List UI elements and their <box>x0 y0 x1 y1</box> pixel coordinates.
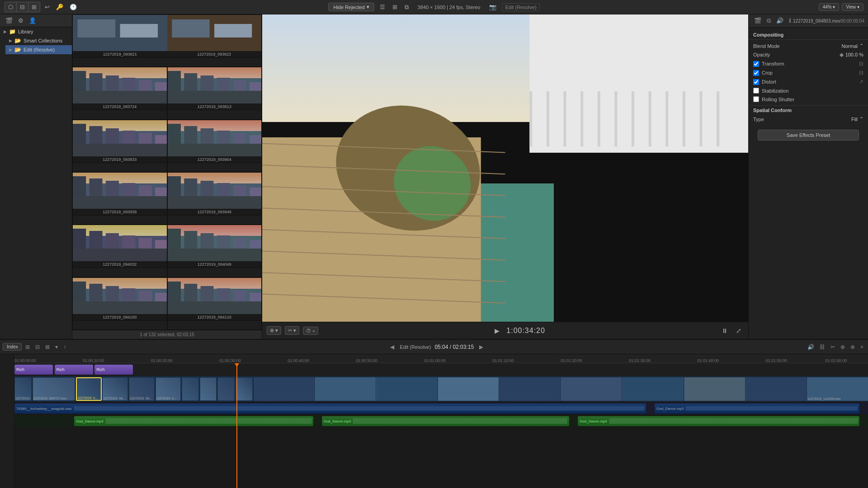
purple-clip-1[interactable]: Rich <box>14 365 53 375</box>
list-item[interactable]: 12272019_093833 <box>72 120 167 172</box>
distort-expand-icon[interactable]: ↗ <box>859 79 863 85</box>
media-icon[interactable]: 🎬 <box>4 16 14 25</box>
list-item[interactable]: 12272019_093939 <box>72 172 167 225</box>
transform-checkbox[interactable] <box>753 61 759 67</box>
sidebar-group-smart: ▶ 📂 Smart Collections ▶ 📂 Edit (Resolve) <box>5 36 72 54</box>
video-clip-3-selected[interactable]: 12272019_0... <box>76 377 102 401</box>
filter-btn-icon[interactable]: ⧉ <box>403 3 410 12</box>
video-clip-10[interactable] <box>236 377 253 401</box>
rolling-shutter-checkbox[interactable] <box>753 96 759 102</box>
vcr-5[interactable] <box>500 377 561 401</box>
vcr-2[interactable] <box>315 377 376 401</box>
timeline-tool-3[interactable]: ⊠ <box>43 343 52 351</box>
list-item[interactable]: 12272019_093724 <box>72 67 167 119</box>
audio-clip-oud-dance-end[interactable]: Oud_Dance.mp3 <box>655 404 859 413</box>
thumb-canvas-8 <box>168 225 262 261</box>
timeline-tool-4[interactable]: ▾ <box>53 343 60 351</box>
vcr-10[interactable]: 12272019_110158.mov <box>807 377 868 401</box>
vcr-6[interactable] <box>561 377 622 401</box>
audio-clip-oud-2[interactable]: Oud_Dance.mp3 <box>322 416 570 426</box>
person-icon[interactable]: 👤 <box>27 16 38 25</box>
vcr-8[interactable] <box>684 377 745 401</box>
crop-btn[interactable]: ✂ ▾ <box>285 326 299 335</box>
window-tile-btn[interactable]: ⊟ <box>17 2 28 12</box>
fullscreen-btn[interactable]: ⤢ <box>734 326 744 335</box>
video-clip-2[interactable]: 12272019_084737.mov <box>33 377 75 401</box>
save-preset-btn[interactable]: Save Effects Preset <box>758 130 859 141</box>
purple-clip-3[interactable]: Rich <box>94 365 133 375</box>
inspector-audio-icon[interactable]: 🔊 <box>774 16 785 25</box>
zoom-btn[interactable]: 44% ▾ <box>819 3 840 11</box>
camera-icon[interactable]: 📷 <box>487 3 498 11</box>
audio-clip-oud-1[interactable]: Oud_Dance.mp3 <box>74 416 313 426</box>
media-footer: 1 of 132 selected, 02:03:15 <box>72 330 262 339</box>
opacity-keyframe-diamond[interactable]: ◆ <box>840 52 844 58</box>
inspector-filter-icon[interactable]: ⧉ <box>765 16 773 25</box>
audio-clip-oud-3[interactable]: Oud_Dance.mp3 <box>578 416 859 426</box>
vcr-4[interactable] <box>438 377 499 401</box>
timeline-arrow-tool[interactable]: ↑ <box>61 343 68 351</box>
video-clip-7[interactable] <box>182 377 199 401</box>
vcr-1[interactable] <box>254 377 315 401</box>
video-clip-8[interactable] <box>200 377 217 401</box>
crop-expand-icon[interactable]: ⊟ <box>859 70 863 76</box>
timeline-tool-2[interactable]: ⊟ <box>33 343 42 351</box>
clock-icon[interactable]: 🕐 <box>68 3 79 11</box>
list-item[interactable]: 12272019_094100 <box>72 277 167 330</box>
list-item[interactable]: 12272019_094032 <box>72 225 167 277</box>
vcr-7[interactable] <box>623 377 684 401</box>
list-item[interactable]: 12272019_093904 <box>167 120 262 172</box>
thumb-early-2[interactable]: 12272019_093622 <box>167 15 262 66</box>
list-item[interactable]: 12272019_094049 <box>167 225 262 277</box>
sidebar-item-smart-collections[interactable]: ▶ 📂 Smart Collections <box>5 36 72 45</box>
video-clip-1[interactable]: 12272019... <box>14 377 32 401</box>
sidebar-item-edit-resolve[interactable]: ▶ 📂 Edit (Resolve) <box>5 45 72 54</box>
audio-clip-seagulls[interactable]: 78389__Inchadney__seagulls.wav <box>14 404 646 413</box>
vcr-3[interactable] <box>377 377 438 401</box>
list-item[interactable]: 12272019_093949 <box>167 172 262 225</box>
inspector-content: Compositing Blend Mode Normal ⌃ Opacity … <box>749 28 868 339</box>
list-item[interactable]: 12272019_094110 <box>167 277 262 330</box>
transform-expand-icon[interactable]: ⊟ <box>859 61 863 67</box>
timeline-tool-1[interactable]: ⊞ <box>24 343 32 351</box>
index-btn[interactable]: Index <box>3 343 22 351</box>
playhead[interactable] <box>236 363 237 488</box>
timeline-audio-btn[interactable]: 🔊 <box>806 343 816 351</box>
timeline-snap-btn[interactable]: ⊕ <box>839 343 847 351</box>
video-clip-5[interactable]: 12272019_08... <box>129 377 155 401</box>
timeline-zoom-btn[interactable]: ⊕ <box>849 343 857 351</box>
list-view-btn[interactable]: ☰ <box>378 3 387 11</box>
timeline-link-btn[interactable]: ⛓ <box>818 343 827 351</box>
distort-checkbox[interactable] <box>753 79 759 85</box>
timeline-nav-prev[interactable]: ◀ <box>388 343 396 351</box>
video-clip-4[interactable]: 12272019_08... <box>102 377 128 401</box>
inspector-video-icon[interactable]: 🎬 <box>752 16 763 25</box>
video-clip-6[interactable]: 12272019_0... <box>156 377 181 401</box>
list-item[interactable]: 12272019_093813 <box>167 67 262 119</box>
crop-checkbox[interactable] <box>753 70 759 76</box>
timeline-nav-next[interactable]: ▶ <box>477 343 485 351</box>
inspector-info-icon[interactable]: ℹ <box>787 16 793 25</box>
back-icon[interactable]: ↩ <box>43 3 52 11</box>
timeline-blade-btn[interactable]: ✂ <box>829 343 837 351</box>
speed-btn[interactable]: ⏱ ▾ <box>303 327 318 335</box>
stabilization-checkbox[interactable] <box>753 88 759 94</box>
window-minimize-btn[interactable]: ⬡ <box>5 2 17 12</box>
hide-rejected-btn[interactable]: Hide Rejected ▾ <box>328 3 374 11</box>
video-clip-9[interactable] <box>217 377 235 401</box>
forward-icon[interactable]: 🔑 <box>54 3 65 11</box>
settings-icon[interactable]: ⚙ <box>16 16 25 25</box>
timeline-close-btn[interactable]: × <box>859 343 865 351</box>
ruler-mark-5: 01:00:50:00 <box>356 358 377 363</box>
pause-btn[interactable]: ⏸ <box>719 326 730 335</box>
thumb-early-1[interactable]: 12272019_093621 <box>73 15 167 66</box>
purple-clip-2[interactable]: Rich <box>55 365 93 375</box>
ruler-mark-4: 01:00:40:00 <box>288 358 309 363</box>
play-btn[interactable]: ▶ <box>492 326 502 335</box>
vcr-9[interactable] <box>746 377 807 401</box>
grid-view-btn[interactable]: ⊞ <box>391 3 399 11</box>
transform-btn[interactable]: ⊕ ▾ <box>267 326 281 335</box>
view-btn[interactable]: View ▾ <box>842 3 863 11</box>
window-fullscreen-btn[interactable]: ⊞ <box>28 2 40 12</box>
sidebar-item-library[interactable]: ▶ 📁 Library <box>0 27 72 36</box>
